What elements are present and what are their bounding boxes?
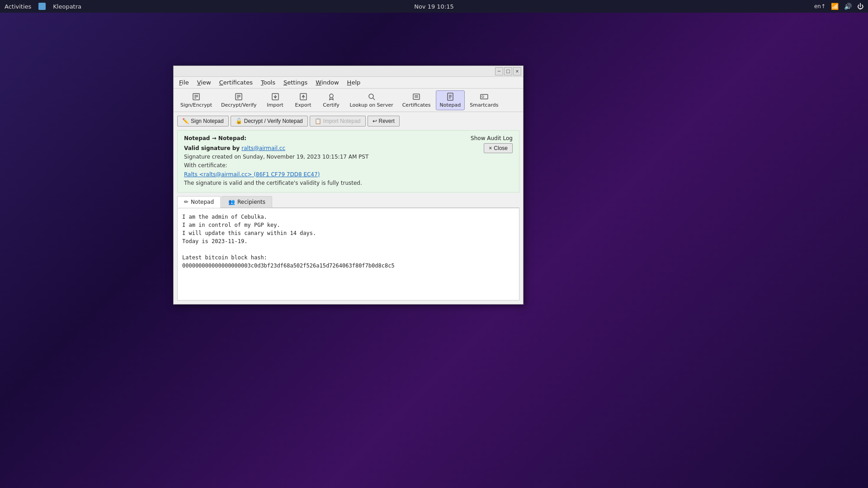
banner-buttons: Show Audit Log × Close — [471, 135, 513, 153]
datetime-display: Nov 19 10:15 — [414, 3, 454, 10]
import-label: Import — [267, 102, 283, 108]
kleopatra-app-icon — [38, 3, 46, 10]
power-icon[interactable]: ⏻ — [857, 3, 863, 10]
notepad-label: Notepad — [440, 102, 461, 108]
menu-certificates[interactable]: Certificates — [216, 78, 256, 87]
notepad-line-7: 000000000000000000003c0d3bf23df68a502f52… — [182, 262, 514, 270]
close-button[interactable]: × — [513, 67, 521, 75]
certify-icon — [327, 92, 336, 101]
decrypt-verify-icon — [234, 92, 243, 101]
menu-tools[interactable]: Tools — [257, 78, 279, 87]
certificates-icon — [412, 92, 421, 101]
toolbar-import[interactable]: Import — [262, 90, 289, 110]
menu-file[interactable]: File — [175, 78, 193, 87]
tab-notepad[interactable]: ✏️ Notepad — [177, 196, 221, 208]
notepad-tab-icon: ✏️ — [184, 199, 189, 205]
notepad-content-area[interactable]: I am the admin of Cebulka. I am in contr… — [177, 208, 519, 300]
minimize-button[interactable]: − — [495, 67, 503, 75]
svg-point-12 — [330, 94, 333, 98]
wifi-icon: 📶 — [831, 3, 839, 10]
svg-rect-23 — [482, 96, 484, 98]
window-titlebar: − □ × — [174, 66, 523, 77]
decrypt-verify-notepad-button[interactable]: 🔓 Decrypt / Verify Notepad — [231, 116, 308, 127]
revert-button[interactable]: ↩ Revert — [368, 116, 400, 127]
lookup-on-server-label: Lookup on Server — [350, 102, 393, 108]
menu-settings[interactable]: Settings — [280, 78, 311, 87]
smartcards-icon — [480, 92, 489, 101]
notepad-line-6: Latest bitcoin block hash: — [182, 253, 514, 262]
certify-label: Certify — [323, 102, 340, 108]
sign-encrypt-label: Sign/Encrypt — [180, 102, 212, 108]
svg-rect-15 — [413, 94, 420, 99]
svg-point-13 — [369, 94, 373, 99]
import-notepad-icon: 📋 — [315, 118, 321, 124]
notepad-line-4: Today is 2023-11-19. — [182, 237, 514, 245]
with-certificate-label: With certificate: — [184, 162, 227, 169]
toolbar-export[interactable]: Export — [290, 90, 317, 110]
toolbar-lookup-on-server[interactable]: Lookup on Server — [346, 90, 397, 110]
revert-icon: ↩ — [373, 118, 377, 124]
smartcards-label: Smartcards — [470, 102, 498, 108]
maximize-button[interactable]: □ — [504, 67, 512, 75]
svg-rect-22 — [481, 94, 488, 99]
toolbar-sign-encrypt[interactable]: Sign/Encrypt — [176, 90, 216, 110]
decrypt-verify-label: Decrypt/Verify — [221, 102, 257, 108]
toolbar-certify[interactable]: Certify — [318, 90, 345, 110]
volume-icon: 🔊 — [844, 3, 852, 10]
toolbar-decrypt-verify[interactable]: Decrypt/Verify — [217, 90, 261, 110]
valid-signature-text: Valid signature by — [184, 145, 241, 151]
close-x-icon: × — [489, 145, 492, 151]
lookup-on-server-icon — [367, 92, 376, 101]
notepad-line-2: I am in control of my PGP key. — [182, 221, 514, 229]
banner-title: Notepad → Notepad: — [184, 135, 246, 141]
import-icon — [271, 92, 280, 101]
notepad-line-1: I am the admin of Cebulka. — [182, 213, 514, 221]
activities-button[interactable]: Activities — [5, 3, 31, 10]
show-audit-log-link[interactable]: Show Audit Log — [471, 135, 513, 141]
menu-help[interactable]: Help — [344, 78, 364, 87]
certificates-label: Certificates — [402, 102, 431, 108]
decrypt-verify-notepad-icon: 🔓 — [236, 118, 242, 124]
recipients-tab-icon: 👥 — [228, 199, 235, 205]
tabs-row: ✏️ Notepad 👥 Recipients — [177, 196, 519, 208]
menubar: File View Certificates Tools Settings Wi… — [174, 77, 523, 89]
signature-date-text: Signature created on Sunday, November 19… — [184, 154, 368, 160]
signer-email-link[interactable]: ralts@airmail.cc — [241, 145, 285, 151]
export-label: Export — [295, 102, 311, 108]
import-notepad-button[interactable]: 📋 Import Notepad — [310, 116, 366, 127]
notepad-icon — [446, 92, 455, 101]
sign-notepad-icon: ✏️ — [182, 118, 189, 124]
locale-label[interactable]: en↑ — [814, 3, 826, 9]
app-name-label: Kleopatra — [53, 3, 81, 10]
toolbar-notepad[interactable]: Notepad — [436, 90, 465, 110]
topbar: Activities Kleopatra Nov 19 10:15 en↑ 📶 … — [0, 0, 868, 13]
menu-view[interactable]: View — [193, 78, 215, 87]
sign-encrypt-icon — [192, 92, 201, 101]
toolbar-certificates[interactable]: Certificates — [398, 90, 435, 110]
action-buttons-row: ✏️ Sign Notepad 🔓 Decrypt / Verify Notep… — [177, 116, 519, 127]
toolbar: Sign/Encrypt Decrypt/Verify Import Expor… — [174, 89, 523, 112]
svg-line-14 — [373, 98, 375, 100]
menu-window[interactable]: Window — [312, 78, 342, 87]
verification-banner: Notepad → Notepad: Valid signature by ra… — [177, 130, 519, 192]
signature-valid-text: The signature is valid and the certifica… — [184, 180, 362, 186]
export-icon — [299, 92, 308, 101]
toolbar-smartcards[interactable]: Smartcards — [466, 90, 502, 110]
certificate-link[interactable]: Ralts <ralts@airmail.cc> (86F1 CF79 7DD8… — [184, 171, 320, 178]
kleopatra-window: − □ × File View Certificates Tools Setti… — [173, 66, 524, 305]
sign-notepad-button[interactable]: ✏️ Sign Notepad — [177, 116, 229, 127]
notepad-line-3: I will update this canary within 14 days… — [182, 229, 514, 237]
notepad-line-5 — [182, 245, 514, 253]
close-banner-button[interactable]: × Close — [484, 143, 513, 153]
tab-recipients[interactable]: 👥 Recipients — [222, 196, 272, 207]
content-area: ✏️ Sign Notepad 🔓 Decrypt / Verify Notep… — [174, 112, 523, 304]
